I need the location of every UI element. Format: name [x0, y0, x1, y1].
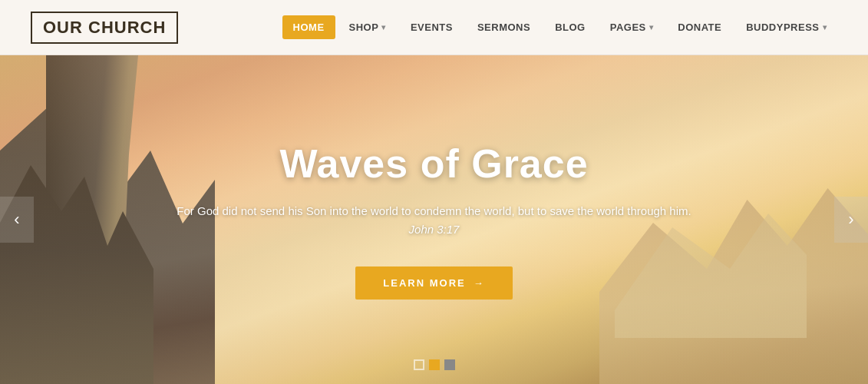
learn-more-label: LEARN MORE	[383, 277, 465, 289]
hero-section: Waves of Grace For God did not send his …	[0, 55, 868, 384]
logo-text: OUR CHURCH	[43, 18, 166, 37]
learn-more-button[interactable]: LEARN MORE →	[355, 266, 512, 300]
hero-subtitle: For God did not send his Son into the wo…	[166, 202, 703, 239]
slider-dots	[414, 359, 455, 370]
dropdown-arrow-buddypress: ▾	[823, 23, 827, 31]
nav-item-blog[interactable]: BLOG	[544, 15, 596, 39]
nav-item-buddypress[interactable]: BUDDYPRESS▾	[735, 15, 837, 39]
logo-box[interactable]: OUR CHURCH	[31, 12, 178, 44]
slider-dot-2[interactable]	[429, 359, 440, 370]
nav-item-home[interactable]: HOME	[282, 15, 335, 39]
nav-item-events[interactable]: EVENTS	[400, 15, 464, 39]
slider-dot-3[interactable]	[444, 359, 455, 370]
header: OUR CHURCH HOMESHOP▾EVENTSSERMONSBLOGPAG…	[0, 0, 868, 55]
main-nav: HOMESHOP▾EVENTSSERMONSBLOGPAGES▾DONATEBU…	[282, 15, 837, 39]
learn-more-arrow: →	[474, 277, 485, 289]
slider-prev-button[interactable]: ‹	[0, 197, 34, 243]
nav-item-shop[interactable]: SHOP▾	[338, 15, 397, 39]
dropdown-arrow-shop: ▾	[381, 23, 386, 31]
nav-item-sermons[interactable]: SERMONS	[467, 15, 541, 39]
nav-item-pages[interactable]: PAGES▾	[599, 15, 665, 39]
hero-title: Waves of Grace	[279, 141, 588, 187]
slider-dot-1[interactable]	[414, 359, 424, 370]
next-arrow-icon: ›	[848, 210, 853, 230]
slider-next-button[interactable]: ›	[834, 197, 868, 243]
nav-item-donate[interactable]: DONATE	[667, 15, 732, 39]
prev-arrow-icon: ‹	[14, 210, 19, 230]
hero-citation: John 3:17	[409, 223, 460, 236]
dropdown-arrow-pages: ▾	[649, 23, 654, 31]
hero-subtitle-text: For God did not send his Son into the wo…	[177, 204, 691, 217]
hero-content: Waves of Grace For God did not send his …	[0, 55, 868, 384]
